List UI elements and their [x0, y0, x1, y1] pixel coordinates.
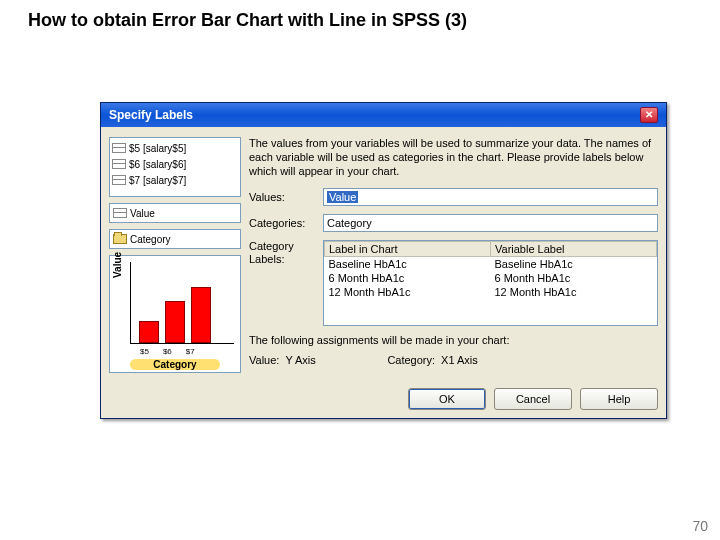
close-button[interactable]: ✕ [640, 107, 658, 123]
scale-var-icon [112, 175, 126, 185]
list-item-label: $5 [salary$5] [129, 143, 186, 154]
categories-input[interactable]: Category [323, 214, 658, 232]
assign-value-value: Y Axis [285, 354, 345, 366]
variable-list[interactable]: $5 [salary$5] $6 [salary$6] $7 [salary$7… [109, 137, 241, 197]
col-variable-label[interactable]: Variable Label [491, 242, 657, 257]
scale-var-icon [113, 208, 127, 218]
values-input[interactable]: Value [323, 188, 658, 206]
category-labels-label: Category Labels: [249, 240, 317, 266]
value-drop-target[interactable]: Value [109, 203, 241, 223]
preview-xticks: $5 $6 $7 [130, 347, 234, 356]
help-button[interactable]: Help [580, 388, 658, 410]
dialog-body: $5 [salary$5] $6 [salary$6] $7 [salary$7… [101, 127, 666, 382]
table-header-row: Label in Chart Variable Label [325, 242, 657, 257]
table-row[interactable]: 12 Month HbA1c12 Month HbA1c [325, 285, 657, 299]
assign-category-value: X1 Axis [441, 354, 478, 366]
scale-var-icon [112, 143, 126, 153]
drop-label: Category [130, 234, 171, 245]
tick: $6 [163, 347, 172, 356]
specify-labels-dialog: Specify Labels ✕ $5 [salary$5] $6 [salar… [100, 102, 667, 419]
category-drop-target[interactable]: Category [109, 229, 241, 249]
cell: 12 Month HbA1c [491, 285, 657, 299]
list-item[interactable]: $6 [salary$6] [112, 156, 238, 172]
preview-plot [130, 262, 234, 344]
button-bar: OK Cancel Help [101, 382, 666, 418]
preview-bar [191, 287, 211, 343]
table-row[interactable]: 6 Month HbA1c6 Month HbA1c [325, 271, 657, 285]
list-item[interactable]: $5 [salary$5] [112, 140, 238, 156]
preview-ylabel: Value [112, 252, 123, 278]
values-label: Values: [249, 191, 317, 203]
table-row[interactable]: Baseline HbA1cBaseline HbA1c [325, 257, 657, 272]
preview-xlabel: Category [130, 359, 220, 370]
list-item[interactable]: $7 [salary$7] [112, 172, 238, 188]
chart-preview: Value $5 $6 $7 Category [109, 255, 241, 373]
input-value: Category [327, 217, 372, 229]
assignments-text: The following assignments will be made i… [249, 334, 658, 346]
description-text: The values from your variables will be u… [249, 137, 658, 178]
tick: $7 [186, 347, 195, 356]
ok-button[interactable]: OK [408, 388, 486, 410]
assign-value-label: Value: [249, 354, 279, 366]
cell: 6 Month HbA1c [491, 271, 657, 285]
dialog-title: Specify Labels [109, 103, 193, 127]
list-item-label: $6 [salary$6] [129, 159, 186, 170]
cell: Baseline HbA1c [325, 257, 491, 272]
form-panel: The values from your variables will be u… [249, 137, 658, 374]
input-value: Value [327, 191, 358, 203]
categories-label: Categories: [249, 217, 317, 229]
preview-bar [165, 301, 185, 343]
cell: Baseline HbA1c [491, 257, 657, 272]
titlebar[interactable]: Specify Labels ✕ [101, 103, 666, 127]
col-label-in-chart[interactable]: Label in Chart [325, 242, 491, 257]
scale-var-icon [112, 159, 126, 169]
category-labels-table[interactable]: Label in Chart Variable Label Baseline H… [323, 240, 658, 326]
cancel-button[interactable]: Cancel [494, 388, 572, 410]
slide-title: How to obtain Error Bar Chart with Line … [28, 10, 467, 31]
preview-bar [139, 321, 159, 343]
category-icon [113, 234, 127, 244]
page-number: 70 [692, 518, 708, 534]
cell: 6 Month HbA1c [325, 271, 491, 285]
assign-category-label: Category: [387, 354, 435, 366]
tick: $5 [140, 347, 149, 356]
variables-panel: $5 [salary$5] $6 [salary$6] $7 [salary$7… [109, 137, 241, 374]
list-item-label: $7 [salary$7] [129, 175, 186, 186]
drop-label: Value [130, 208, 155, 219]
cell: 12 Month HbA1c [325, 285, 491, 299]
